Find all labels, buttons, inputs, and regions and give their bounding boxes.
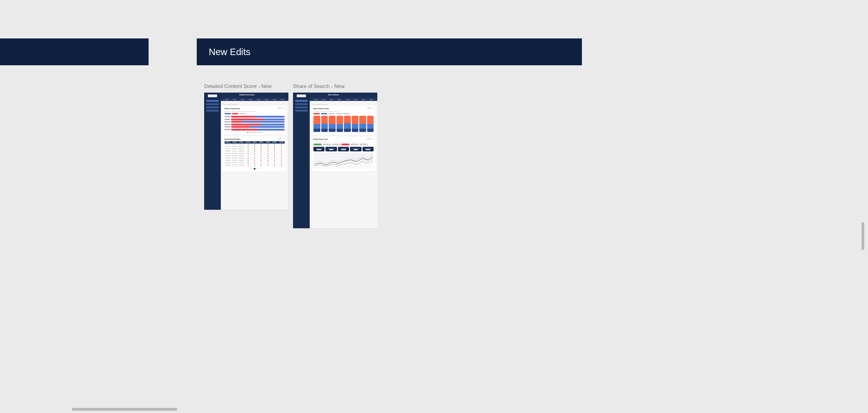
preview-legend [225,132,285,133]
fail-dot-icon [261,146,262,147]
thumbnail-item: Detailed Content Score - New Detailed Co… [204,83,288,228]
preview-card-controls [367,107,374,109]
preview-cell-text [225,151,231,152]
preview-pill [343,113,350,114]
preview-bar-row [225,124,285,125]
preview-sidebar [204,93,221,210]
preview-page-dot [256,168,257,169]
thumbnail-preview-share-search[interactable]: Share of Search ecommerce analytics / Sh… [293,93,377,228]
pass-dot-icon [254,165,255,166]
preview-card-platform-score: Platform Content Score Content score bre… [223,106,287,135]
preview-seg-comp [359,124,366,129]
preview-nav-item [362,99,365,100]
preview-page-title: Detailed Content Score [239,94,255,96]
preview-stacked-bar [344,116,351,132]
preview-seg-brand [352,116,359,124]
fail-dot-icon [281,144,282,145]
preview-pill [321,113,327,114]
preview-card-title: Share of Search Trends [313,108,374,110]
preview-filter-chip [350,144,359,145]
preview-nav-item [273,99,276,100]
fail-dot-icon [274,156,275,156]
preview-sidebar-item [206,103,219,105]
horizontal-scrollbar[interactable] [72,408,177,411]
preview-seg-other [352,129,359,132]
preview-seg-other [337,129,343,132]
preview-nav-item [257,99,261,100]
preview-sidebar-item [295,100,308,102]
preview-kpi-box [338,147,349,151]
fail-dot-icon [274,165,275,166]
preview-bar-seg-red [231,119,263,120]
pass-dot-icon [261,163,262,163]
preview-cell-text [232,149,237,150]
preview-pill [225,113,231,114]
preview-card-search-trends: Share of Search Trends Brand share perce… [312,106,375,135]
preview-seg-comp [313,124,320,129]
preview-seg-other [367,129,374,132]
preview-export-button [367,138,371,139]
preview-bar-seg-blue [242,121,285,123]
preview-cell-text [225,146,231,147]
preview-bar-label [225,126,230,127]
preview-seg-comp [367,124,374,129]
preview-cell-text [232,163,237,163]
preview-nav-item [330,99,333,100]
fail-dot-icon [274,153,275,154]
vertical-scrollbar[interactable] [862,222,864,250]
fail-dot-icon [261,153,262,154]
preview-card-subtitle: Brand share percentage of search results… [313,111,374,112]
pass-dot-icon [268,153,269,154]
preview-cell-text [225,156,231,156]
preview-legend-text [260,132,262,133]
preview-expand-icon [372,138,374,139]
preview-seg-brand [337,116,343,124]
preview-cell-text [238,160,244,161]
preview-cell-text [232,165,237,166]
preview-card-checklist: Product Detail Checklist [223,137,287,171]
preview-sidebar-item [206,100,219,102]
pass-dot-icon [274,151,275,152]
preview-checklist-table [225,141,285,167]
preview-table-header [225,141,285,144]
preview-bar-track [231,129,285,131]
preview-kpi-value [341,149,346,150]
fail-dot-icon [248,149,249,150]
pass-dot-icon [261,149,262,150]
preview-pill [336,113,342,114]
preview-stacked-bar [337,116,343,132]
preview-bars-chart [225,116,285,131]
thumbnail-preview-content-score[interactable]: Detailed Content Score ecommerce analyti… [204,93,288,210]
preview-kpi-value [366,149,370,150]
preview-bar-label [225,124,230,125]
preview-bar-seg-blue [258,129,285,131]
ada-logo-icon [297,94,306,97]
preview-bar-seg-red [231,129,258,131]
preview-nav [221,98,288,101]
preview-bar-seg-blue [250,126,285,128]
fail-dot-icon [248,158,249,159]
preview-legend-text [249,132,251,133]
preview-cell-text [232,160,237,161]
preview-bar-label [225,116,230,117]
preview-cell-text [225,153,231,154]
preview-nav-item [369,99,373,100]
preview-seg-comp [344,123,351,129]
preview-kpi-value [317,149,321,150]
fail-dot-icon [261,151,262,152]
preview-breadcrumb: ecommerce analytics / Share of Search [312,104,375,105]
preview-bar-row [225,119,285,120]
preview-bar-row [225,126,285,128]
preview-kpi-box [313,147,325,151]
fail-dot-icon [261,158,262,159]
preview-stacked-bar [321,116,328,132]
preview-kpi-box [362,147,374,151]
preview-card-subtitle: Trend analysis for top search keywords [313,141,374,142]
preview-nav-item [281,99,284,100]
preview-legend-item [247,132,251,133]
preview-filter-pills [313,113,374,114]
preview-cell-text [225,160,231,161]
preview-export-button [278,138,282,139]
pass-dot-icon [248,160,249,161]
preview-seg-other [329,129,336,132]
